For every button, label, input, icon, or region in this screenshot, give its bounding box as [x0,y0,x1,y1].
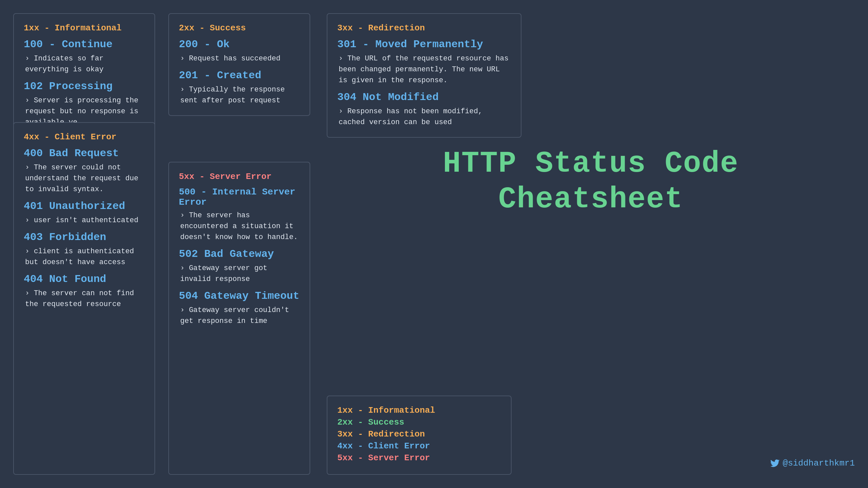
code-title-500: 500 - Internal Server Error [179,187,300,207]
code-title-401: 401 Unauthorized [24,200,145,212]
code-title-504: 504 Gateway Timeout [179,290,300,302]
card-1xx: 1xx - Informational 100 - Continue › Ind… [13,13,155,138]
twitter-handle: @siddharthkmr1 [783,458,855,468]
legend-item-5xx: 5xx - Server Error [337,453,501,463]
code-desc-100: › Indicates so far everything is okay [24,53,145,75]
code-title-201: 201 - Created [179,69,300,82]
code-title-502: 502 Bad Gateway [179,248,300,260]
code-title-102: 102 Processing [24,80,145,92]
category-label-5xx: 5xx - Server Error [179,172,300,182]
code-desc-500: › The server has encountered a situation… [179,210,300,243]
code-title-304: 304 Not Modified [337,91,511,103]
code-desc-400: › The server could not understand the re… [24,162,145,195]
card-5xx: 5xx - Server Error 500 - Internal Server… [168,162,310,475]
code-desc-401: › user isn't authenticated [24,215,145,226]
code-title-301: 301 - Moved Permanently [337,38,511,51]
main-title-section: HTTP Status Code Cheatsheet [327,119,855,244]
code-desc-200: › Request has succeeded [179,53,300,64]
legend-item-1xx: 1xx - Informational [337,405,501,415]
legend-item-4xx: 4xx - Client Error [337,441,501,451]
main-title-line2: Cheatsheet [443,182,739,217]
main-title: HTTP Status Code Cheatsheet [443,146,739,217]
code-title-200: 200 - Ok [179,38,300,51]
main-title-line1: HTTP Status Code [443,146,739,182]
twitter-section: @siddharthkmr1 [770,458,855,468]
category-label-4xx: 4xx - Client Error [24,132,145,142]
code-desc-301: › The URL of the requested resource has … [337,53,511,86]
code-title-403: 403 Forbidden [24,231,145,243]
code-desc-201: › Typically the response sent after post… [179,84,300,106]
code-title-100: 100 - Continue [24,38,145,51]
legend-item-3xx: 3xx - Redirection [337,429,501,439]
code-desc-404: › The server can not find the requested … [24,288,145,310]
card-4xx: 4xx - Client Error 400 Bad Request › The… [13,122,155,475]
legend-section: 1xx - Informational 2xx - Success 3xx - … [327,396,512,475]
code-title-400: 400 Bad Request [24,147,145,159]
code-desc-502: › Gateway server got invalid response [179,263,300,285]
code-desc-403: › client is authenticated but doesn't ha… [24,246,145,268]
category-label-3xx: 3xx - Redirection [337,23,511,33]
category-label-1xx: 1xx - Informational [24,23,145,33]
code-desc-504: › Gateway server couldn't get response i… [179,305,300,327]
category-label-2xx: 2xx - Success [179,23,300,33]
twitter-icon [770,459,780,468]
legend-item-2xx: 2xx - Success [337,417,501,427]
code-title-404: 404 Not Found [24,273,145,285]
card-2xx: 2xx - Success 200 - Ok › Request has suc… [168,13,310,116]
